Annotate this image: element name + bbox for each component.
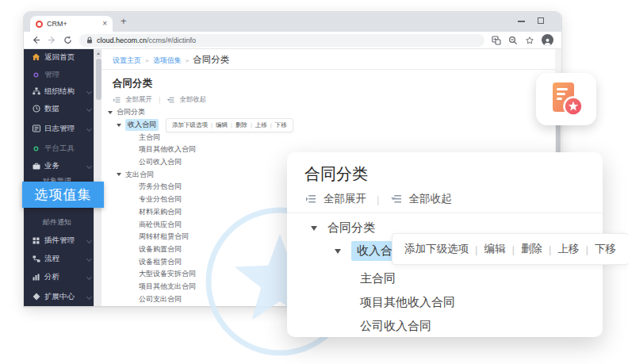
sidebar-item-label: 数据 (44, 104, 59, 114)
tree-node[interactable]: 主合同 (108, 131, 555, 144)
sidebar-item-extension-center[interactable]: 扩展中心 (32, 291, 91, 302)
back-icon[interactable] (32, 36, 40, 44)
sidebar-scrollbar-thumb[interactable] (96, 59, 101, 100)
page-title: 合同分类 (113, 77, 152, 90)
magnified-panel: 合同分类 全部展开 | 全部收起 合同分类 收入合同 添加下级选项| 编辑| 删… (287, 152, 603, 337)
sidebar-item-mail-notification[interactable]: 邮件通知 (43, 216, 91, 228)
collapse-all-button[interactable]: 全部收起 (409, 192, 452, 206)
edit-button[interactable]: 编辑 (216, 121, 228, 129)
move-up-button[interactable]: 上移 (558, 242, 580, 256)
tab-strip: CRM+ × + (24, 12, 561, 32)
breadcrumb-separator: > (186, 57, 190, 64)
new-tab-button[interactable]: + (121, 16, 127, 26)
sidebar-item-log-management[interactable]: 日志管理 (32, 123, 91, 134)
toolbar-divider: | (377, 193, 380, 205)
collapse-all-icon (167, 97, 174, 104)
chevron-down-icon (86, 237, 92, 243)
url-path: /ccms/#/dictinfo (147, 36, 196, 44)
triangle-down-icon[interactable] (108, 111, 113, 114)
tree-node-label: 项目其他收入合同 (360, 295, 455, 310)
tree-node-label: 设备购置合同 (139, 244, 182, 255)
sidebar-item-label: 插件管理 (44, 236, 75, 246)
green-dot-icon (32, 146, 40, 151)
scroll-up-button[interactable] (95, 50, 101, 57)
breadcrumb-section-link[interactable]: 选项值集 (153, 56, 182, 66)
tree-node-label: 项目其他收入合同 (139, 144, 196, 155)
browser-tab[interactable]: CRM+ × (30, 16, 113, 32)
tree-node[interactable]: 主合同 (360, 271, 396, 286)
plugin-grid-icon (32, 237, 40, 244)
sidebar-item-management[interactable]: 管理 (32, 69, 91, 80)
edit-button[interactable]: 编辑 (484, 242, 506, 256)
zoom-out-icon[interactable] (508, 36, 518, 45)
tree-node-selected[interactable]: 收入合同 添加下级选项| 编辑| 删除| 上移| 下移 (108, 119, 555, 132)
chevron-down-icon (86, 88, 92, 94)
breadcrumb-separator: > (145, 57, 149, 64)
bookmark-star-icon[interactable] (525, 36, 534, 45)
chevron-down-icon (86, 163, 92, 168)
expand-all-icon (113, 97, 121, 104)
move-down-button[interactable]: 下移 (275, 121, 287, 129)
address-bar-actions (492, 34, 553, 46)
sidebar-scrollbar[interactable] (94, 49, 101, 306)
tab-close-icon[interactable]: × (102, 20, 107, 28)
delete-button[interactable]: 删除 (521, 242, 542, 256)
sidebar-item-org-structure[interactable]: 组织结构 (32, 86, 91, 97)
move-up-button[interactable]: 上移 (255, 121, 267, 129)
forward-icon[interactable] (48, 36, 56, 44)
collapse-all-icon (390, 194, 402, 205)
sidebar-item-business[interactable]: 业务 (32, 160, 91, 171)
extension-icon (32, 293, 40, 301)
triangle-down-icon[interactable] (117, 124, 121, 127)
collapse-all-button[interactable]: 全部收起 (179, 95, 206, 105)
triangle-up-icon (97, 52, 100, 55)
tree-node-label: 专业分包合同 (139, 194, 182, 205)
tree-node[interactable]: 公司收入合同 (360, 319, 431, 334)
sidebar-item-analysis[interactable]: 分析 (32, 271, 91, 282)
person-icon (543, 37, 552, 46)
expand-all-icon (304, 194, 316, 205)
minimize-button[interactable] (518, 21, 525, 22)
tree-node[interactable]: 合同分类 (108, 106, 555, 119)
profile-avatar[interactable] (542, 34, 553, 46)
flow-icon (32, 255, 40, 262)
node-action-menu: 添加下级选项| 编辑| 删除| 上移| 下移 (166, 118, 293, 132)
triangle-down-icon[interactable] (335, 249, 341, 254)
translate-icon[interactable] (492, 36, 501, 45)
callout-badge-option-value-set[interactable]: 选项值集 (22, 182, 104, 208)
action-separator: | (270, 121, 272, 128)
action-separator: | (512, 243, 515, 255)
divider (287, 213, 603, 213)
document-star-icon (549, 81, 584, 117)
tree-node-label: 设备租赁合同 (139, 257, 182, 267)
sidebar-item-data[interactable]: 数据 (32, 103, 91, 114)
action-separator: | (211, 121, 213, 128)
maximize-button[interactable] (538, 17, 544, 24)
breadcrumb-current: 合同分类 (193, 54, 229, 66)
canvas: CRM+ × + cloud.hecom.cn/ccms/#/dictinfo (0, 0, 628, 364)
sidebar-item-label: 组织结构 (44, 86, 75, 97)
url-field[interactable]: cloud.hecom.cn/ccms/#/dictinfo (79, 34, 484, 47)
sidebar-item-platform-tools[interactable]: 平台工具 (32, 143, 91, 154)
reload-icon[interactable] (63, 36, 72, 44)
breadcrumb: 设置主页 > 选项值集 > 合同分类 (113, 54, 229, 66)
tree-node-label: 公司收入合同 (360, 319, 431, 334)
sidebar-item-plugin-management[interactable]: 插件管理 (32, 235, 91, 246)
expand-all-button[interactable]: 全部展开 (324, 192, 366, 206)
triangle-down-icon[interactable] (311, 226, 317, 231)
sidebar-item-workflow[interactable]: 流程 (32, 253, 91, 264)
add-child-option-button[interactable]: 添加下级选项 (404, 242, 469, 256)
sidebar-item-label: 扩展中心 (44, 292, 75, 302)
tree-node[interactable]: 项目其他收入合同 (360, 295, 455, 310)
add-child-option-button[interactable]: 添加下级选项 (172, 121, 208, 129)
expand-all-button[interactable]: 全部展开 (125, 95, 152, 105)
home-icon (32, 53, 40, 61)
purple-dot-icon (32, 72, 40, 78)
move-down-button[interactable]: 下移 (595, 242, 616, 256)
delete-button[interactable]: 删除 (236, 121, 247, 129)
sidebar-item-home[interactable]: 返回首页 (32, 52, 91, 63)
breadcrumb-home-link[interactable]: 设置主页 (113, 56, 141, 66)
tree-node[interactable]: 合同分类 (311, 220, 375, 236)
panel-title: 合同分类 (304, 163, 368, 185)
triangle-down-icon[interactable] (117, 173, 121, 176)
